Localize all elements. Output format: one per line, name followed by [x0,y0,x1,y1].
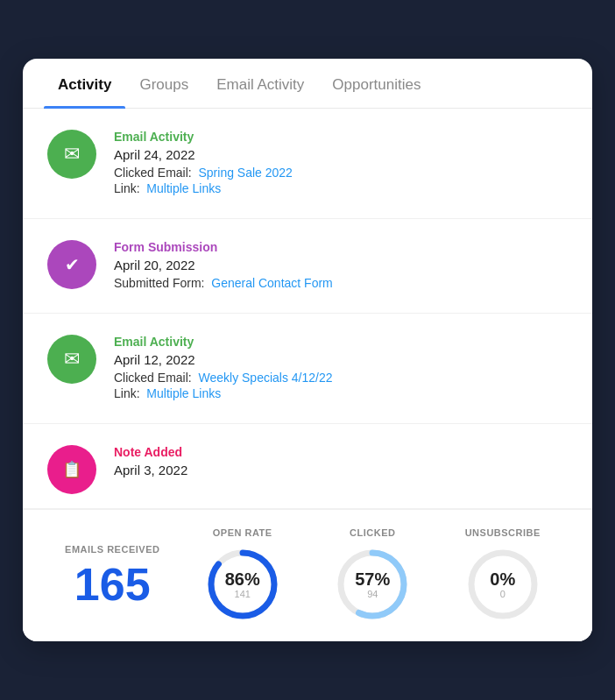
note-icon-4: 📋 [62,460,81,479]
activity-icon-wrap-1: ✉ [47,130,96,179]
activity-icon-wrap-3: ✉ [47,335,96,384]
activity-date-3: April 12, 2022 [114,352,568,367]
activity-icon-wrap-4: 📋 [47,445,96,494]
activity-content-3: Email Activity April 12, 2022 Clicked Em… [114,335,568,402]
activity-link-1b[interactable]: Multiple Links [146,181,221,195]
clicked-donut: 57% 94 [333,545,412,624]
tab-bar: Activity Groups Email Activity Opportuni… [23,59,592,109]
open-rate-label: OPEN RATE [213,527,272,538]
clicked-pct: 57% [355,569,390,589]
activity-date-2: April 20, 2022 [114,258,568,272]
activity-item-3: ✉ Email Activity April 12, 2022 Clicked … [23,314,592,424]
email-icon-3: ✉ [64,348,80,371]
open-rate-pct: 86% [225,569,260,589]
main-card: Activity Groups Email Activity Opportuni… [23,59,592,641]
activity-type-2: Form Submission [114,240,568,254]
stat-emails-received: EMAILS RECEIVED 165 [47,544,178,607]
activity-detail-3b: Link: Multiple Links [114,386,568,400]
activity-item-2: ✔ Form Submission April 20, 2022 Submitt… [23,219,592,314]
activity-icon-wrap-2: ✔ [47,240,96,289]
unsubscribe-donut-label: 0% 0 [490,569,515,599]
activity-date-4: April 3, 2022 [114,463,568,477]
form-icon-2: ✔ [65,254,80,275]
unsubscribe-label: UNSUBSCRIBE [465,527,541,538]
open-rate-donut: 86% 141 [203,545,282,624]
activity-type-4: Note Added [114,445,568,459]
open-rate-donut-label: 86% 141 [225,569,260,599]
activity-content-4: Note Added April 3, 2022 [114,445,568,481]
activity-type-1: Email Activity [114,130,568,144]
activity-link-1a[interactable]: Spring Sale 2022 [198,166,292,180]
activity-type-3: Email Activity [114,335,568,349]
open-rate-sub: 141 [225,589,260,599]
activity-list: ✉ Email Activity April 24, 2022 Clicked … [23,109,592,509]
stats-bar: EMAILS RECEIVED 165 OPEN RATE 86% 141 CL… [23,509,592,641]
unsubscribe-donut: 0% 0 [463,545,542,624]
tab-activity[interactable]: Activity [44,59,125,108]
stat-clicked: CLICKED 57% 94 [308,527,438,624]
activity-date-1: April 24, 2022 [114,147,568,162]
activity-item-1: ✉ Email Activity April 24, 2022 Clicked … [23,109,592,219]
activity-detail-2a: Submitted Form: General Contact Form [114,276,568,290]
emails-received-value: 165 [74,562,151,607]
activity-link-3a[interactable]: Weekly Specials 4/12/22 [198,371,332,385]
tab-email-activity[interactable]: Email Activity [202,59,318,108]
clicked-donut-label: 57% 94 [355,569,390,599]
activity-content-1: Email Activity April 24, 2022 Clicked Em… [114,130,568,197]
clicked-label: CLICKED [350,527,395,538]
activity-link-2a[interactable]: General Contact Form [211,276,333,290]
unsubscribe-pct: 0% [490,569,515,589]
stat-open-rate: OPEN RATE 86% 141 [178,527,308,624]
clicked-sub: 94 [355,589,390,599]
activity-detail-1a: Clicked Email: Spring Sale 2022 [114,166,568,180]
tab-opportunities[interactable]: Opportunities [318,59,435,108]
email-icon-1: ✉ [64,143,80,166]
activity-content-2: Form Submission April 20, 2022 Submitted… [114,240,568,292]
activity-item-4: 📋 Note Added April 3, 2022 [23,424,592,509]
activity-link-3b[interactable]: Multiple Links [146,386,221,400]
stat-unsubscribe: UNSUBSCRIBE 0% 0 [438,527,569,624]
tab-groups[interactable]: Groups [125,59,202,108]
activity-detail-3a: Clicked Email: Weekly Specials 4/12/22 [114,371,568,385]
activity-detail-1b: Link: Multiple Links [114,181,568,195]
unsubscribe-sub: 0 [490,589,515,599]
emails-received-label: EMAILS RECEIVED [65,544,159,555]
